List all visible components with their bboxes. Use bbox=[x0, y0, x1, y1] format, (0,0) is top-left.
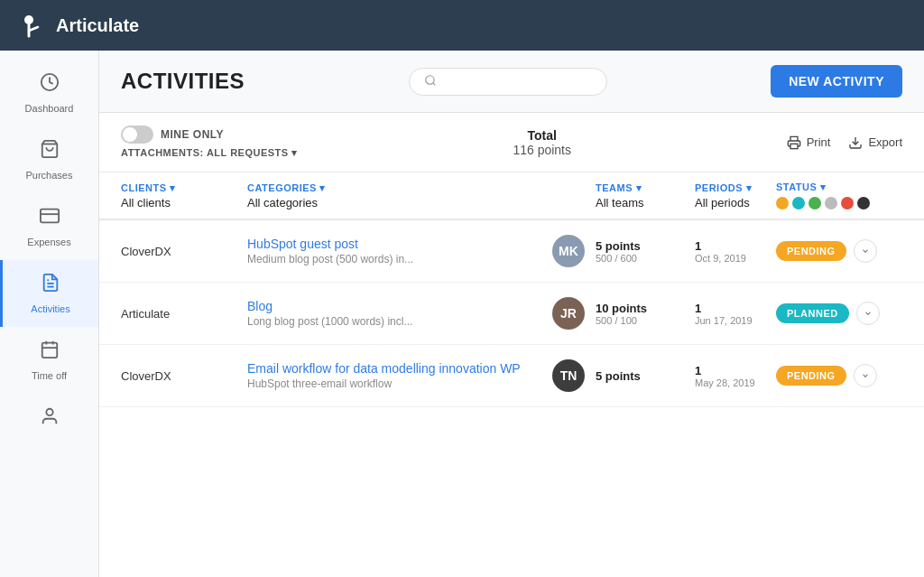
content-area: ACTIVITIES NEW ACTIVITY MINE bbox=[99, 51, 924, 577]
chevron-down-icon bbox=[861, 371, 870, 380]
print-button[interactable]: Print bbox=[787, 135, 831, 150]
teams-filter-label[interactable]: TEAMS ▾ bbox=[596, 182, 695, 194]
search-input[interactable] bbox=[444, 74, 592, 88]
activity-title-0[interactable]: HubSpot guest post bbox=[247, 237, 541, 251]
row-activity-1: Blog Long blog post (1000 words) incl... bbox=[247, 299, 541, 328]
num-date-2: May 28, 2019 bbox=[695, 377, 776, 388]
sidebar-item-label-activities: Activities bbox=[31, 303, 69, 314]
row-points-2: 5 points bbox=[596, 369, 695, 383]
status-dots bbox=[776, 197, 870, 209]
avatar-0: MK bbox=[552, 235, 585, 267]
mine-only-row: MINE ONLY bbox=[121, 126, 298, 144]
teams-filter-value: All teams bbox=[596, 196, 695, 209]
expand-button-0[interactable] bbox=[854, 239, 877, 263]
clients-filter-label[interactable]: CLIENTS ▾ bbox=[121, 182, 247, 194]
status-dot-planned[interactable] bbox=[792, 197, 805, 209]
sidebar: Dashboard Purchases Expenses bbox=[0, 51, 99, 577]
num-date-1: Jun 17, 2019 bbox=[695, 315, 776, 326]
status-filter-label[interactable]: STATUS ▾ bbox=[776, 181, 870, 193]
row-points-0: 5 points 500 / 600 bbox=[596, 239, 695, 264]
row-client-1: Articulate bbox=[121, 307, 247, 321]
status-dot-closed[interactable] bbox=[857, 197, 870, 209]
points-main-1: 10 points bbox=[596, 302, 695, 315]
sidebar-item-label-expenses: Expenses bbox=[27, 237, 70, 247]
row-status-0: PENDING bbox=[776, 239, 902, 263]
search-bar[interactable] bbox=[409, 68, 607, 96]
expenses-icon bbox=[40, 206, 60, 231]
teams-filter-col[interactable]: TEAMS ▾ All teams bbox=[596, 182, 695, 209]
svg-point-0 bbox=[18, 11, 47, 40]
logo-icon bbox=[18, 11, 47, 40]
expand-button-1[interactable] bbox=[856, 302, 880, 325]
status-dot-inactive[interactable] bbox=[825, 197, 837, 209]
periods-filter-label[interactable]: PERIODS ▾ bbox=[695, 182, 776, 194]
filters-right: Print Export bbox=[787, 135, 902, 150]
svg-point-14 bbox=[425, 75, 433, 83]
row-status-2: PENDING bbox=[776, 364, 902, 387]
num-main-0: 1 bbox=[695, 239, 776, 253]
dashboard-icon bbox=[40, 72, 60, 98]
avatar-2: TN bbox=[552, 359, 585, 392]
table-body: CloverDX HubSpot guest post Medium blog … bbox=[99, 220, 924, 577]
categories-filter-value: All categories bbox=[247, 196, 541, 209]
filters-bar: MINE ONLY ATTACHMENTS: ALL REQUESTS ▾ To… bbox=[99, 113, 924, 172]
content-header: ACTIVITIES NEW ACTIVITY bbox=[99, 51, 924, 113]
table-row: CloverDX Email workflow for data modelli… bbox=[99, 345, 924, 407]
chevron-down-icon bbox=[861, 247, 870, 256]
status-filter-col[interactable]: STATUS ▾ bbox=[776, 181, 902, 209]
table-row: Articulate Blog Long blog post (1000 wor… bbox=[99, 283, 924, 345]
status-dot-active[interactable] bbox=[808, 197, 821, 209]
num-date-0: Oct 9, 2019 bbox=[695, 253, 776, 264]
row-avatar-1: JR bbox=[541, 297, 596, 330]
page-title: ACTIVITIES bbox=[121, 69, 245, 94]
sidebar-item-label-purchases: Purchases bbox=[26, 170, 73, 181]
total-points: 116 points bbox=[513, 143, 571, 157]
activity-desc-0: Medium blog post (500 words) in... bbox=[247, 253, 541, 265]
main-layout: Dashboard Purchases Expenses bbox=[0, 51, 924, 577]
toggle-knob bbox=[123, 127, 137, 142]
mine-only-toggle[interactable] bbox=[121, 126, 153, 144]
num-main-1: 1 bbox=[695, 302, 776, 315]
row-activity-2: Email workflow for data modelling innova… bbox=[247, 361, 541, 390]
sidebar-item-expenses[interactable]: Expenses bbox=[0, 193, 98, 260]
chevron-down-icon bbox=[864, 309, 873, 318]
sidebar-item-dashboard[interactable]: Dashboard bbox=[0, 60, 98, 126]
activity-title-2[interactable]: Email workflow for data modelling innova… bbox=[247, 361, 541, 376]
activities-icon bbox=[41, 273, 60, 298]
status-dot-pending[interactable] bbox=[776, 197, 789, 209]
sidebar-item-label-timeoff: Time off bbox=[32, 370, 67, 381]
svg-rect-5 bbox=[40, 209, 58, 223]
clients-filter-value: All clients bbox=[121, 196, 247, 209]
table-row: CloverDX HubSpot guest post Medium blog … bbox=[99, 220, 924, 283]
new-activity-button[interactable]: NEW ACTIVITY bbox=[771, 65, 902, 98]
categories-filter-col[interactable]: CATEGORIES ▾ All categories bbox=[247, 182, 541, 209]
attachments-filter[interactable]: ATTACHMENTS: ALL REQUESTS ▾ bbox=[121, 147, 298, 159]
sidebar-item-purchases[interactable]: Purchases bbox=[0, 126, 98, 193]
activity-title-1[interactable]: Blog bbox=[247, 299, 541, 313]
svg-point-13 bbox=[46, 409, 52, 415]
clients-filter-col[interactable]: CLIENTS ▾ All clients bbox=[121, 182, 247, 209]
row-client-0: CloverDX bbox=[121, 245, 247, 258]
mine-only-label: MINE ONLY bbox=[161, 128, 224, 141]
export-button[interactable]: Export bbox=[848, 135, 902, 150]
svg-rect-9 bbox=[42, 343, 57, 358]
periods-filter-col[interactable]: PERIODS ▾ All periods bbox=[695, 182, 776, 209]
svg-rect-16 bbox=[790, 144, 798, 148]
categories-filter-label[interactable]: CATEGORIES ▾ bbox=[247, 182, 541, 194]
sidebar-item-activities[interactable]: Activities bbox=[0, 260, 98, 327]
expand-button-2[interactable] bbox=[854, 364, 877, 387]
timeoff-icon bbox=[40, 340, 60, 365]
top-navigation: Articulate bbox=[0, 0, 924, 51]
users-icon bbox=[40, 406, 60, 432]
logo: Articulate bbox=[18, 11, 139, 40]
purchases-icon bbox=[40, 139, 60, 164]
total-label: Total bbox=[513, 128, 571, 143]
points-main-2: 5 points bbox=[596, 369, 695, 383]
sidebar-item-timeoff[interactable]: Time off bbox=[0, 327, 98, 394]
row-avatar-0: MK bbox=[541, 235, 596, 267]
row-activity-0: HubSpot guest post Medium blog post (500… bbox=[247, 237, 541, 265]
search-icon bbox=[424, 74, 437, 89]
status-dot-rejected[interactable] bbox=[841, 197, 854, 209]
sidebar-item-users[interactable] bbox=[0, 394, 98, 444]
filters-left: MINE ONLY ATTACHMENTS: ALL REQUESTS ▾ bbox=[121, 126, 298, 159]
